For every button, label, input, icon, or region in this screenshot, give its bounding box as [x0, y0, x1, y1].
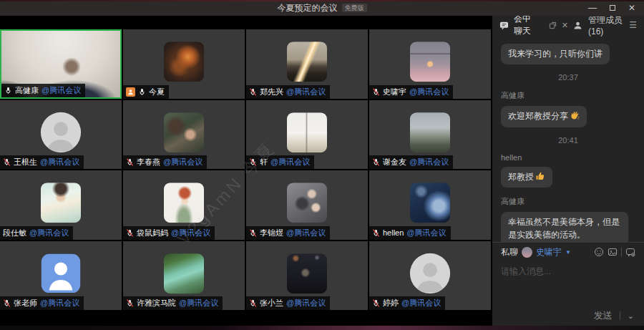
participant-avatar: [410, 183, 450, 223]
participant-avatar: [410, 112, 450, 152]
participant-avatar: [287, 253, 327, 293]
participant-name-label: 郑先兴 @腾讯会议: [246, 85, 330, 99]
participant-tile[interactable]: 婷婷 @腾讯会议: [369, 241, 491, 311]
popout-icon[interactable]: [549, 21, 557, 29]
menu-icon[interactable]: ☰: [629, 20, 637, 30]
participant-org: @腾讯会议: [286, 228, 326, 238]
participant-tile[interactable]: 许雅滨马院 @腾讯会议: [123, 241, 245, 311]
participant-tile[interactable]: 段仕敏 @腾讯会议: [0, 170, 122, 240]
members-icon[interactable]: [573, 21, 582, 30]
send-divider: [620, 311, 620, 320]
participant-tile[interactable]: 郑先兴 @腾讯会议: [246, 29, 368, 99]
mic-muted-icon: [372, 158, 380, 166]
mic-muted-icon: [372, 88, 380, 96]
chat-timestamp: 20:41: [558, 136, 578, 145]
chat-message-bubble[interactable]: 幸福虽然不是美德本身，但是是实践美德的活动。: [501, 212, 628, 242]
participant-name: 段仕敏: [3, 228, 26, 238]
participant-org: @腾讯会议: [401, 298, 441, 309]
participant-tile[interactable]: 王根生 @腾讯会议: [0, 100, 122, 170]
participant-name: 张老师: [14, 298, 37, 309]
participant-avatar: [287, 183, 327, 223]
participant-name-label: 李锦煜 @腾讯会议: [246, 226, 330, 240]
meeting-title: 今夏预定的会议: [278, 2, 338, 14]
private-chat-row: 私聊 史啸宇 ▼: [492, 243, 644, 261]
participant-name: 许雅滨马院: [137, 298, 176, 309]
participant-tile[interactable]: 李春燕 @腾讯会议: [123, 100, 245, 170]
participant-tile[interactable]: 轩 @腾讯会议: [246, 100, 368, 170]
chat-message-bubble[interactable]: 郑教授: [501, 167, 552, 188]
minimize-button[interactable]: —: [588, 4, 597, 12]
chat-message-bubble[interactable]: 我来学习的，只听你们讲: [501, 44, 610, 64]
participant-avatar: [164, 183, 204, 223]
participant-tile[interactable]: 张小兰 @腾讯会议: [246, 241, 368, 311]
participant-name: 李春燕: [137, 157, 160, 168]
participant-avatar: [39, 110, 83, 155]
mic-muted-icon: [372, 229, 380, 237]
participant-name-label: 史啸宇 @腾讯会议: [369, 85, 453, 99]
close-button[interactable]: ✕: [628, 4, 635, 12]
close-chat-icon[interactable]: ✕: [562, 21, 568, 30]
participant-tile[interactable]: 今夏: [123, 29, 245, 99]
participant-name: 张小兰: [260, 298, 283, 309]
participant-name-label: 张小兰 @腾讯会议: [246, 296, 330, 310]
participant-name-label: 李春燕 @腾讯会议: [123, 155, 207, 169]
participant-tile[interactable]: 谢金友 @腾讯会议: [369, 100, 491, 170]
mic-muted-icon: [372, 299, 380, 307]
message-input[interactable]: 请输入消息...: [492, 261, 644, 306]
participant-org: @腾讯会议: [286, 87, 326, 97]
participant-org: @腾讯会议: [270, 157, 310, 168]
private-target-dropdown-icon[interactable]: ▼: [565, 249, 571, 256]
bottom-edge-strip: [0, 326, 644, 330]
participant-tile[interactable]: 高健康 @腾讯会议: [0, 29, 122, 99]
chat-tab-title[interactable]: 会中聊天: [514, 13, 539, 37]
host-badge-icon: [126, 87, 135, 97]
participant-tile[interactable]: 袋鼠妈妈 @腾讯会议: [123, 170, 245, 240]
free-version-badge: 免费版: [342, 4, 367, 13]
mic-muted-icon: [249, 299, 257, 307]
maximize-button[interactable]: [610, 4, 615, 12]
participant-name: 史啸宇: [383, 87, 406, 97]
mic-on-icon: [4, 87, 12, 94]
chat-panel: 会中聊天 ✕ 管理成员(16) ☰ 我来学习的，只听你们讲20:37高健康欢迎郑…: [491, 16, 644, 326]
participant-name-label: 高健康 @腾讯会议: [1, 84, 85, 97]
participant-tile[interactable]: 张老师 @腾讯会议: [0, 241, 122, 311]
participant-name-label: 张老师 @腾讯会议: [0, 296, 84, 310]
chat-record-icon[interactable]: [625, 247, 635, 257]
mic-muted-icon: [3, 158, 11, 166]
participant-name-label: 王根生 @腾讯会议: [0, 155, 84, 169]
participant-name: 王根生: [14, 157, 37, 168]
image-upload-icon[interactable]: [608, 247, 618, 257]
participant-name: 郑先兴: [260, 87, 283, 97]
private-chat-label: 私聊: [501, 246, 518, 258]
manage-members-tab[interactable]: 管理成员(16): [588, 14, 624, 37]
participant-name-label: 谢金友 @腾讯会议: [369, 155, 453, 169]
participant-org: @腾讯会议: [406, 228, 446, 238]
participant-grid: 高健康 @腾讯会议 今夏 郑先兴 @腾讯会议 史啸宇 @腾讯会议: [0, 29, 491, 310]
title-group: 今夏预定的会议 免费版: [278, 2, 367, 14]
participant-name-label: 袋鼠妈妈 @腾讯会议: [123, 226, 215, 240]
thumbs-up-emoji-icon: [535, 171, 545, 181]
mic-muted-icon: [126, 299, 134, 307]
participant-avatar: [287, 42, 327, 82]
participant-avatar: [164, 112, 204, 152]
participant-org: @腾讯会议: [286, 298, 326, 309]
participant-org: @腾讯会议: [40, 298, 79, 309]
send-options-icon[interactable]: ⌄: [628, 311, 634, 321]
emoji-picker-icon[interactable]: [594, 247, 604, 257]
participant-name-label: 许雅滨马院 @腾讯会议: [123, 296, 223, 310]
send-button[interactable]: 发送: [594, 309, 613, 322]
participant-tile[interactable]: 李锦煜 @腾讯会议: [246, 170, 368, 240]
participant-avatar: [39, 251, 83, 296]
participant-tile[interactable]: 史啸宇 @腾讯会议: [369, 29, 491, 99]
clap-emoji-icon: [570, 110, 580, 120]
chat-message-bubble[interactable]: 欢迎郑教授分享: [501, 106, 587, 127]
participant-name-label: 段仕敏 @腾讯会议: [0, 226, 73, 240]
message-input-placeholder: 请输入消息...: [501, 266, 551, 276]
participant-org: @腾讯会议: [29, 228, 69, 238]
participant-name-label: hellen @腾讯会议: [369, 226, 451, 240]
participant-name: hellen: [383, 228, 404, 237]
private-target-name[interactable]: 史啸宇: [536, 246, 562, 258]
participant-org: @腾讯会议: [179, 298, 218, 309]
participant-org: @腾讯会议: [409, 87, 449, 97]
participant-tile[interactable]: hellen @腾讯会议: [369, 170, 491, 240]
